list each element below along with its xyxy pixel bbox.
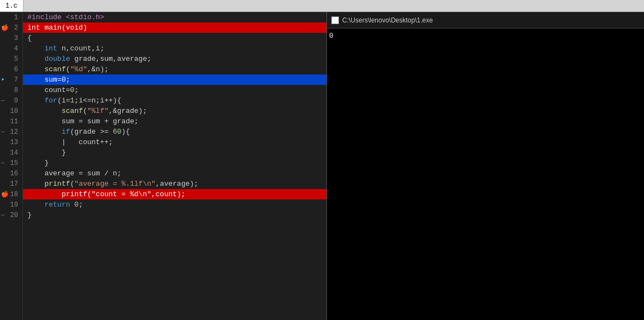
code-line-13[interactable]: | count++; — [23, 137, 326, 147]
main-content: 1🍎23456➤78—91011—121314—151617🍎1819—20 #… — [0, 12, 644, 320]
token: { — [27, 34, 32, 42]
code-line-20[interactable]: } — [23, 210, 326, 220]
line-number-12: —12 — [0, 127, 22, 137]
line-number-4: 4 — [0, 43, 22, 54]
token: sum = sum + grade; — [27, 117, 139, 125]
token: #include <stdio.h> — [27, 13, 104, 21]
token: count= — [27, 86, 70, 94]
code-line-7[interactable]: sum=0; — [23, 75, 326, 85]
token: (grade >= — [70, 128, 113, 136]
code-line-17[interactable]: printf("average = %.1lf\n",average); — [23, 179, 326, 189]
code-line-3[interactable]: { — [23, 33, 326, 43]
code-line-16[interactable]: average = sum / n; — [23, 168, 326, 179]
token — [27, 65, 44, 73]
code-line-6[interactable]: scanf("%d",&n); — [23, 64, 326, 75]
line-number-19: 19 — [0, 199, 22, 210]
tab-label-text: 1.c — [5, 2, 18, 10]
token — [27, 44, 44, 53]
token: "count = %d\n" — [91, 190, 151, 198]
line-number-17: 17 — [0, 179, 22, 189]
token: 1 — [70, 96, 74, 105]
line-number-11: 11 — [0, 116, 22, 127]
token: average = sum / n; — [27, 169, 122, 178]
code-line-14[interactable]: } — [23, 147, 326, 158]
token — [27, 55, 44, 63]
token: ( — [87, 190, 91, 198]
token: "average = %.1lf\n" — [74, 180, 156, 188]
token: ; — [79, 201, 83, 209]
token: main(void) — [40, 24, 87, 32]
code-area: 1🍎23456➤78—91011—121314—151617🍎1819—20 #… — [0, 12, 326, 320]
token — [70, 201, 74, 209]
token: "%lf" — [87, 107, 108, 115]
line-number-9: —9 — [0, 95, 22, 106]
token: scanf — [44, 65, 66, 73]
code-line-4[interactable]: int n,count,i; — [23, 43, 326, 54]
code-line-10[interactable]: scanf("%lf",&grade); — [23, 106, 326, 116]
token: scanf — [61, 107, 83, 115]
token: n,count,i; — [58, 44, 105, 53]
line-number-5: 5 — [0, 54, 22, 64]
token — [27, 107, 61, 115]
token: printf — [44, 180, 70, 188]
token: return — [44, 201, 70, 209]
token: } — [27, 148, 66, 157]
terminal-line-1: 0 — [329, 31, 642, 41]
token: (i= — [58, 96, 70, 105]
token: grade,sum,average; — [70, 55, 151, 63]
line-number-8: 8 — [0, 85, 22, 95]
token: ( — [83, 107, 87, 115]
line-number-2: 🍎2 — [0, 22, 22, 33]
code-line-18[interactable]: printf("count = %d\n",count); — [23, 189, 326, 199]
terminal-cursor: 0 — [329, 32, 334, 40]
token: 60 — [113, 128, 122, 136]
token: ; — [74, 86, 79, 94]
token: ( — [70, 180, 74, 188]
code-line-9[interactable]: for(i=1;i<=n;i++){ — [23, 95, 326, 106]
code-line-11[interactable]: sum = sum + grade; — [23, 116, 326, 127]
token: ; — [66, 76, 70, 84]
code-line-2[interactable]: int main(void) — [23, 22, 326, 33]
line-number-15: —15 — [0, 158, 22, 168]
code-line-1[interactable]: #include <stdio.h> — [23, 12, 326, 22]
line-number-7: ➤7 — [0, 75, 22, 85]
token: 0 — [74, 201, 79, 209]
code-line-8[interactable]: count=0; — [23, 85, 326, 95]
title-bar: 1.c — [0, 0, 644, 12]
token: ,average); — [156, 180, 198, 188]
token — [27, 201, 44, 209]
code-line-15[interactable]: } — [23, 158, 326, 168]
token: ){ — [122, 128, 130, 136]
line-number-14: 14 — [0, 147, 22, 158]
terminal-panel: C:\Users\lenovo\Desktop\1.exe 0 — [327, 12, 644, 320]
token: ( — [66, 65, 70, 73]
token: ;i<=n;i++){ — [74, 96, 122, 105]
token: ,count); — [151, 190, 185, 198]
line-number-18: 🍎18 — [0, 189, 22, 199]
token: ,&grade); — [108, 107, 147, 115]
token: int — [27, 24, 40, 32]
editor-panel: 1🍎23456➤78—91011—121314—151617🍎1819—20 #… — [0, 12, 327, 320]
token — [27, 190, 61, 198]
line-number-10: 10 — [0, 106, 22, 116]
code-line-12[interactable]: if(grade >= 60){ — [23, 127, 326, 137]
editor-tab[interactable]: 1.c — [0, 0, 24, 12]
code-line-19[interactable]: return 0; — [23, 199, 326, 210]
token: if — [61, 128, 70, 136]
line-number-3: 3 — [0, 33, 22, 43]
token: } — [27, 211, 32, 219]
terminal-title-text: C:\Users\lenovo\Desktop\1.exe — [342, 16, 433, 24]
terminal-content[interactable]: 0 — [327, 28, 644, 320]
code-lines[interactable]: #include <stdio.h>int main(void){ int n,… — [23, 12, 326, 320]
line-number-16: 16 — [0, 168, 22, 179]
token: } — [27, 159, 49, 167]
token: printf — [61, 190, 87, 198]
line-number-6: 6 — [0, 64, 22, 75]
token — [27, 180, 44, 188]
token: ,&n); — [87, 65, 108, 73]
token: 0 — [61, 76, 66, 84]
code-line-5[interactable]: double grade,sum,average; — [23, 54, 326, 64]
token: double — [44, 55, 70, 63]
token: "%d" — [70, 65, 87, 73]
token: for — [44, 96, 57, 105]
